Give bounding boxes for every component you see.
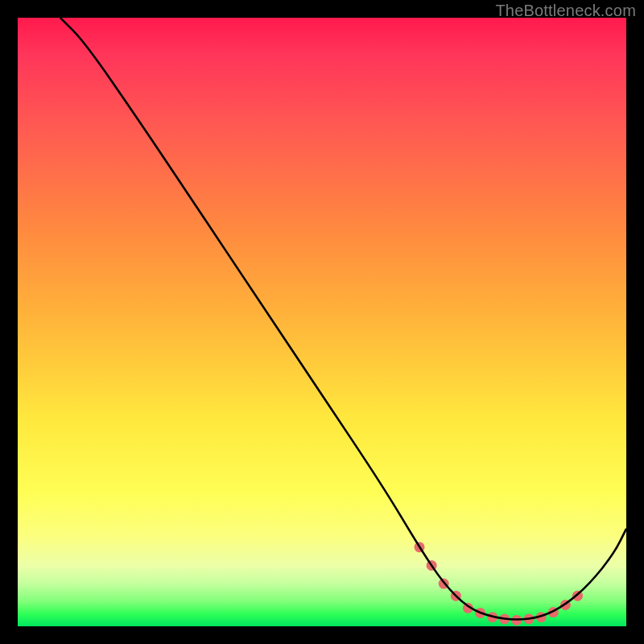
chart-svg [18,18,626,626]
chart-frame: TheBottleneck.com [0,0,644,644]
curve-line [60,18,626,619]
watermark-text: TheBottleneck.com [495,2,636,20]
plot-area [18,18,626,626]
dots-group [415,542,584,625]
